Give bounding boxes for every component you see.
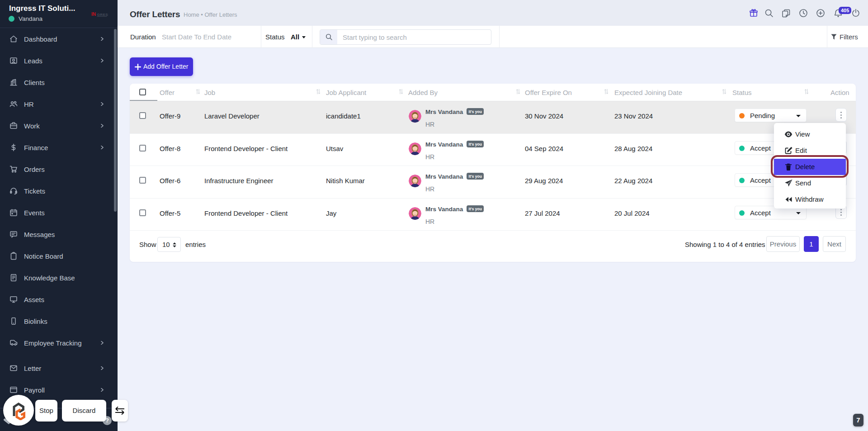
svg-text:GRESS: GRESS — [97, 13, 109, 17]
svg-text:IN: IN — [91, 12, 96, 17]
